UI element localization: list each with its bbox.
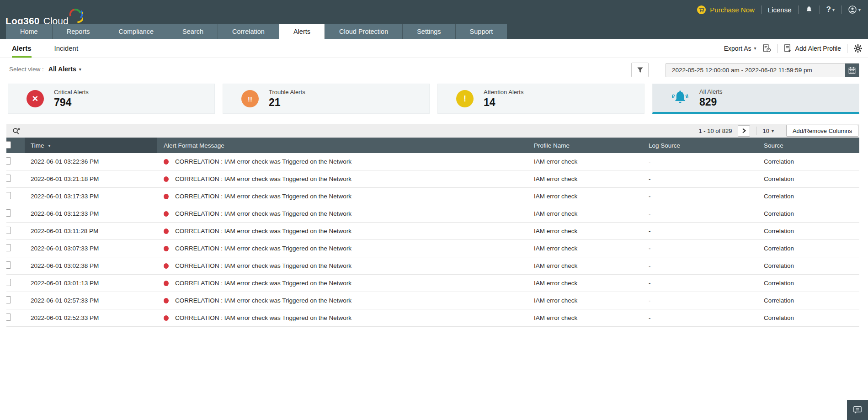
select-view-dropdown[interactable]: All Alerts ▾ xyxy=(48,65,81,73)
subtab[interactable]: Alerts xyxy=(12,39,32,58)
page-size-dropdown[interactable]: 10 ▾ xyxy=(762,128,774,134)
table-row[interactable]: 2022-06-01 03:02:38 PM CORRELATION : IAM… xyxy=(6,257,859,275)
row-profile: IAM error check xyxy=(534,297,649,304)
row-message: CORRELATION : IAM error check was Trigge… xyxy=(175,210,351,217)
subtab-label: Incident xyxy=(54,44,79,52)
row-checkbox-cell xyxy=(6,244,25,253)
purchase-now-button[interactable]: Purchase Now xyxy=(697,5,755,15)
table-row[interactable]: 2022-06-01 03:07:33 PM CORRELATION : IAM… xyxy=(6,240,859,257)
license-link[interactable]: License xyxy=(768,6,792,14)
table-row[interactable]: 2022-06-01 03:21:18 PM CORRELATION : IAM… xyxy=(6,170,859,188)
row-message-cell: CORRELATION : IAM error check was Trigge… xyxy=(157,262,534,269)
nav-tab[interactable]: Correlation xyxy=(218,24,279,39)
table-row[interactable]: 2022-06-01 02:52:33 PM CORRELATION : IAM… xyxy=(6,309,859,327)
row-time: 2022-06-01 03:01:13 PM xyxy=(25,280,157,287)
next-page-button[interactable] xyxy=(738,125,750,137)
column-header-log-source[interactable]: Log Source xyxy=(649,142,764,149)
column-header-message[interactable]: Alert Format Message xyxy=(157,142,534,149)
nav-tab[interactable]: Alerts xyxy=(279,24,325,39)
row-checkbox[interactable] xyxy=(6,279,11,286)
logo-swoosh-icon xyxy=(68,6,83,24)
row-source: Correlation xyxy=(764,228,859,234)
row-log-source: - xyxy=(649,262,764,269)
row-checkbox-cell xyxy=(6,227,25,235)
feedback-button[interactable] xyxy=(847,400,868,420)
row-checkbox[interactable] xyxy=(6,261,11,269)
row-checkbox[interactable] xyxy=(6,296,11,303)
row-profile: IAM error check xyxy=(534,228,649,234)
subnav-actions: Export As ▾ Add Alert Profile xyxy=(724,39,863,58)
add-alert-profile-button[interactable]: Add Alert Profile xyxy=(783,44,841,53)
row-profile: IAM error check xyxy=(534,280,649,287)
nav-tab-label: Search xyxy=(182,28,203,35)
nav-tab-label: Reports xyxy=(67,28,90,35)
row-checkbox[interactable] xyxy=(6,175,11,182)
row-time: 2022-06-01 02:57:33 PM xyxy=(25,297,157,304)
row-log-source: - xyxy=(649,158,764,165)
select-view-value: All Alerts xyxy=(48,65,76,73)
search-icon[interactable] xyxy=(12,127,21,135)
row-checkbox[interactable] xyxy=(6,227,11,234)
column-header-time[interactable]: Time ▾ xyxy=(25,138,157,153)
subtab[interactable]: Incident xyxy=(54,39,79,58)
nav-tab-label: Correlation xyxy=(232,28,265,35)
table-row[interactable]: 2022-06-01 03:01:13 PM CORRELATION : IAM… xyxy=(6,275,859,292)
row-checkbox-cell xyxy=(6,296,25,305)
nav-tab[interactable]: Home xyxy=(6,24,53,39)
critical-alerts-label: Critical Alerts xyxy=(54,89,89,96)
schedule-export-icon[interactable] xyxy=(762,44,771,53)
table-row[interactable]: 2022-06-01 03:17:33 PM CORRELATION : IAM… xyxy=(6,188,859,205)
row-checkbox[interactable] xyxy=(6,157,11,165)
nav-tab[interactable]: Search xyxy=(168,24,218,39)
gear-icon[interactable] xyxy=(853,44,863,53)
row-message: CORRELATION : IAM error check was Trigge… xyxy=(175,262,351,269)
row-checkbox[interactable] xyxy=(6,314,11,321)
header-actions: Purchase Now License ? ▾ xyxy=(697,0,861,19)
date-range-input[interactable]: 2022-05-25 12:00:00 am - 2022-06-02 11:5… xyxy=(666,63,859,77)
filter-button[interactable] xyxy=(631,63,649,77)
nav-tab[interactable]: Cloud Protection xyxy=(325,24,403,39)
table-row[interactable]: 2022-06-01 02:57:33 PM CORRELATION : IAM… xyxy=(6,292,859,309)
table-row[interactable]: 2022-06-01 03:12:33 PM CORRELATION : IAM… xyxy=(6,205,859,223)
nav-tab-label: Alerts xyxy=(293,28,310,35)
severity-dot-icon xyxy=(164,315,169,321)
table-toolbar: 1 - 10 of 829 10 ▾ Add/Remove Columns xyxy=(6,124,859,138)
header-checkbox-cell xyxy=(6,141,25,150)
select-all-checkbox[interactable] xyxy=(6,141,11,149)
add-remove-columns-button[interactable]: Add/Remove Columns xyxy=(786,125,858,137)
filter-icon xyxy=(637,67,644,74)
export-as-dropdown[interactable]: Export As ▾ xyxy=(724,45,756,52)
nav-tab[interactable]: Reports xyxy=(53,24,105,39)
table-row[interactable]: 2022-06-01 03:22:36 PM CORRELATION : IAM… xyxy=(6,153,859,170)
all-alerts-card[interactable]: All Alerts 829 xyxy=(652,84,859,114)
divider xyxy=(820,5,820,14)
row-profile: IAM error check xyxy=(534,158,649,165)
row-log-source: - xyxy=(649,245,764,252)
attention-alerts-card[interactable]: ! Attention Alerts 14 xyxy=(437,84,644,114)
column-header-source[interactable]: Source xyxy=(764,142,859,149)
row-message-cell: CORRELATION : IAM error check was Trigge… xyxy=(157,175,534,182)
row-message-cell: CORRELATION : IAM error check was Trigge… xyxy=(157,245,534,252)
row-checkbox[interactable] xyxy=(6,209,11,217)
trouble-alerts-label: Trouble Alerts xyxy=(269,89,305,96)
nav-tab[interactable]: Compliance xyxy=(104,24,168,39)
severity-dot-icon xyxy=(164,298,169,303)
trouble-alerts-card[interactable]: !! Trouble Alerts 21 xyxy=(223,84,430,114)
row-checkbox[interactable] xyxy=(6,244,11,251)
notifications-button[interactable] xyxy=(805,5,813,14)
critical-alerts-card[interactable]: × Critical Alerts 794 xyxy=(8,84,215,114)
nav-tab[interactable]: Support xyxy=(456,24,507,39)
severity-dot-icon xyxy=(164,176,169,182)
column-header-profile[interactable]: Profile Name xyxy=(534,142,649,149)
row-profile: IAM error check xyxy=(534,175,649,182)
help-menu-button[interactable]: ? ▾ xyxy=(826,5,835,14)
nav-tab[interactable]: Settings xyxy=(403,24,455,39)
sub-navigation: Alerts Incident Export As ▾ xyxy=(0,39,868,58)
row-time: 2022-06-01 03:12:33 PM xyxy=(25,210,157,217)
table-row[interactable]: 2022-06-01 03:11:28 PM CORRELATION : IAM… xyxy=(6,223,859,240)
row-checkbox[interactable] xyxy=(6,192,11,199)
calendar-button[interactable] xyxy=(845,64,859,77)
user-menu-button[interactable]: ▾ xyxy=(848,5,861,14)
select-view-label: Select view : xyxy=(9,66,44,73)
attention-alerts-label: Attention Alerts xyxy=(484,89,523,96)
